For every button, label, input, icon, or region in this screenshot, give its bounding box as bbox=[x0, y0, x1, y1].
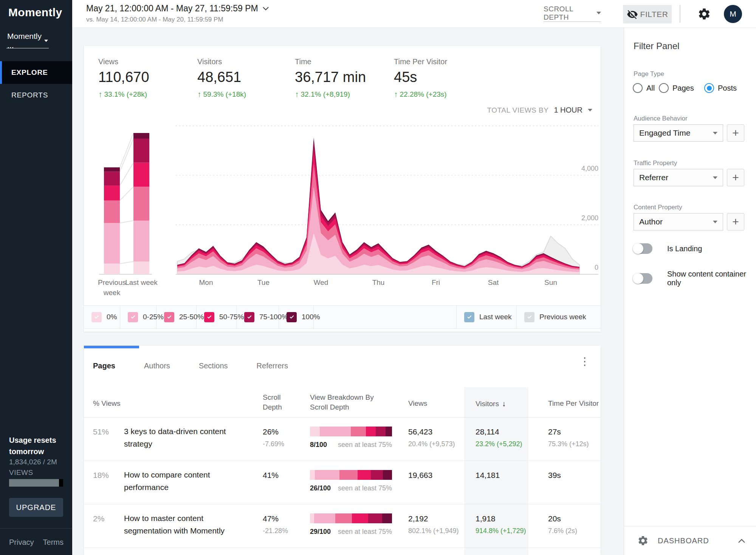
kebab-menu-icon[interactable]: ⋮ bbox=[579, 356, 590, 367]
tab-pages[interactable]: Pages bbox=[93, 362, 115, 370]
date-range-picker[interactable]: May 21, 12:00:00 AM - May 27, 11:59:59 P… bbox=[86, 3, 269, 23]
compare-range-label: vs. May 14, 12:00:00 AM - May 20, 11:59:… bbox=[86, 16, 269, 23]
column-header-label: Scroll Depth bbox=[263, 393, 282, 411]
select-audience-behavior[interactable]: Engaged Time bbox=[634, 124, 723, 142]
breakdown-note: seen at least 75% bbox=[338, 441, 392, 449]
filter-toggle-button[interactable]: FILTER bbox=[623, 5, 672, 23]
svg-text:Fri: Fri bbox=[432, 278, 440, 286]
table-row[interactable]: 51%3 keys to data-driven content strateg… bbox=[84, 417, 601, 461]
column-header-visitors[interactable]: Visitors↓ bbox=[476, 399, 536, 409]
select-label-audience-behavior: Audience Behavior bbox=[634, 115, 688, 122]
page-title-link[interactable]: 3 keys to data-driven content strategy bbox=[124, 425, 249, 450]
metric-selector[interactable]: SCROLL DEPTH bbox=[544, 5, 601, 22]
radio-posts[interactable]: Posts bbox=[704, 83, 737, 93]
page-title-link[interactable]: How to master content segmentation with … bbox=[124, 512, 249, 537]
breakdown-fraction: 8/100 bbox=[310, 441, 327, 449]
sidebar-item-reports[interactable]: REPORTS bbox=[0, 84, 72, 107]
breakdown-note: seen at least 75% bbox=[338, 484, 392, 492]
legend-label: Last week bbox=[479, 313, 512, 321]
svg-text:Sat: Sat bbox=[488, 278, 499, 286]
toggle-is-landing[interactable]: Is Landing bbox=[634, 243, 702, 254]
visitors-cell: 1,918914.8% (+1,729) bbox=[476, 514, 526, 535]
page-title-link[interactable]: How to compare content performance bbox=[124, 468, 249, 493]
breakdown-segment-100% bbox=[386, 427, 392, 436]
checkbox-previous-week[interactable] bbox=[524, 312, 534, 322]
pct-views-value: 51% bbox=[93, 427, 109, 436]
svg-text:Previous: Previous bbox=[98, 278, 126, 286]
scroll-depth-delta: -21.28% bbox=[263, 527, 288, 535]
legend-scroll-100%[interactable]: 100% bbox=[279, 306, 314, 328]
chevron-down-icon bbox=[596, 12, 601, 14]
svg-text:Tue: Tue bbox=[257, 278, 270, 286]
table-row[interactable]: 18%How to compare content performance41%… bbox=[84, 461, 601, 504]
checkbox-75-100%[interactable] bbox=[244, 312, 254, 322]
checkbox-0%[interactable] bbox=[91, 312, 102, 322]
tpv-delta: 7.6% (2s) bbox=[548, 527, 577, 535]
toggle-track[interactable] bbox=[634, 243, 652, 254]
avatar[interactable]: M bbox=[724, 5, 742, 23]
privacy-link[interactable]: Privacy bbox=[9, 538, 34, 547]
legend-scroll-50-75%[interactable]: 50-75% bbox=[197, 306, 237, 328]
radio-circle[interactable] bbox=[704, 83, 714, 93]
terms-link[interactable]: Terms bbox=[43, 538, 64, 547]
legend-scroll-25-50%[interactable]: 25-50% bbox=[156, 306, 197, 328]
svg-text:0: 0 bbox=[595, 264, 598, 271]
check-icon bbox=[166, 314, 172, 320]
breakdown-segment-0% bbox=[310, 427, 320, 436]
legend-scroll-0-25%[interactable]: 0-25% bbox=[120, 306, 156, 328]
add-filter-button[interactable]: + bbox=[727, 213, 744, 230]
toggle-show-content-container-only[interactable]: Show content container only bbox=[634, 270, 756, 287]
toggle-knob bbox=[633, 273, 643, 284]
column-header-label: Views bbox=[408, 399, 427, 407]
usage-reset-text: Usage resets tomorrow bbox=[9, 434, 62, 457]
settings-button[interactable] bbox=[697, 7, 711, 22]
sidebar-item-explore[interactable]: EXPLORE bbox=[0, 61, 72, 84]
legend-scroll-0%[interactable]: 0% bbox=[84, 306, 120, 328]
visitors-value: 1,918 bbox=[476, 514, 526, 523]
tab-referrers[interactable]: Referrers bbox=[257, 362, 288, 370]
upgrade-button[interactable]: UPGRADE bbox=[9, 498, 63, 517]
radio-circle[interactable] bbox=[633, 83, 643, 93]
visitors-cell: 28,11423.2% (+5,292) bbox=[476, 427, 522, 448]
check-icon bbox=[466, 314, 472, 320]
toggle-label: Show content container only bbox=[667, 270, 756, 287]
radio-all[interactable]: All bbox=[633, 83, 655, 93]
column-header-view-breakdown-by-scroll-depth: View Breakdown By Scroll Depth bbox=[310, 393, 382, 412]
radio-label: All bbox=[646, 84, 655, 93]
checkbox-25-50%[interactable] bbox=[164, 312, 174, 322]
dashboard-bottom-bar[interactable]: DASHBOARD bbox=[624, 526, 756, 555]
scroll-breakdown-bar bbox=[310, 470, 392, 480]
add-filter-button[interactable]: + bbox=[727, 169, 744, 186]
views-delta: 802.1% (+1,949) bbox=[408, 527, 459, 535]
page-type-radio-group: AllPagesPosts bbox=[624, 83, 756, 96]
check-icon bbox=[527, 314, 533, 320]
add-filter-button[interactable]: + bbox=[727, 124, 744, 142]
checkbox-0-25%[interactable] bbox=[128, 312, 138, 322]
scroll-breakdown-bar bbox=[310, 513, 392, 523]
breakdown-segment-50-75% bbox=[352, 513, 368, 523]
usage-progress-bar bbox=[9, 479, 63, 487]
select-content-property[interactable]: Author bbox=[634, 213, 723, 230]
table-row[interactable]: 2%How to master content segmentation wit… bbox=[84, 504, 601, 548]
breakdown-segment-0-25% bbox=[320, 427, 351, 436]
scroll-depth-cell: 41% bbox=[263, 471, 279, 480]
radio-circle[interactable] bbox=[659, 83, 669, 93]
radio-pages[interactable]: Pages bbox=[659, 83, 694, 93]
checkbox-100%[interactable] bbox=[287, 312, 297, 322]
checkbox-last-week[interactable] bbox=[464, 312, 474, 322]
legend-previous-week[interactable]: Previous week bbox=[517, 306, 601, 328]
select-traffic-property[interactable]: Referrer bbox=[634, 169, 723, 186]
radio-label: Posts bbox=[718, 84, 737, 93]
tab-authors[interactable]: Authors bbox=[144, 362, 170, 370]
toggle-track[interactable] bbox=[634, 273, 652, 284]
svg-text:Wed: Wed bbox=[314, 278, 328, 286]
breakdown-segment-25-50% bbox=[335, 513, 352, 523]
views-value: 2,192 bbox=[408, 514, 459, 523]
pages-table-card: PagesAuthorsSectionsReferrers ⋮ % ViewsS… bbox=[84, 346, 601, 555]
tpv-delta: 75.3% (+12s) bbox=[548, 440, 589, 448]
tab-sections[interactable]: Sections bbox=[199, 362, 228, 370]
project-selector[interactable]: Momently ... bbox=[6, 33, 49, 48]
legend-scroll-75-100%[interactable]: 75-100% bbox=[237, 306, 279, 328]
checkbox-50-75%[interactable] bbox=[204, 312, 214, 322]
legend-last-week[interactable]: Last week bbox=[457, 306, 517, 328]
